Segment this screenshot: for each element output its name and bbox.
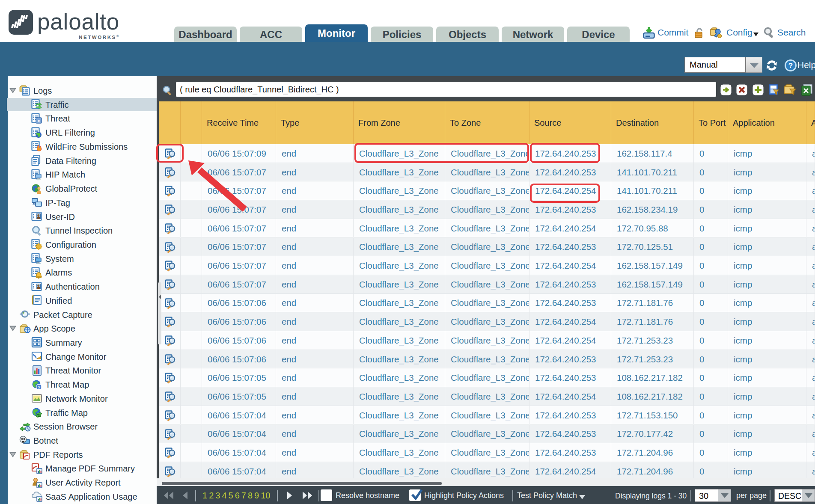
svg-text:x: x [37, 118, 40, 123]
svg-text:x: x [38, 385, 40, 389]
svg-text:?: ? [788, 62, 793, 70]
